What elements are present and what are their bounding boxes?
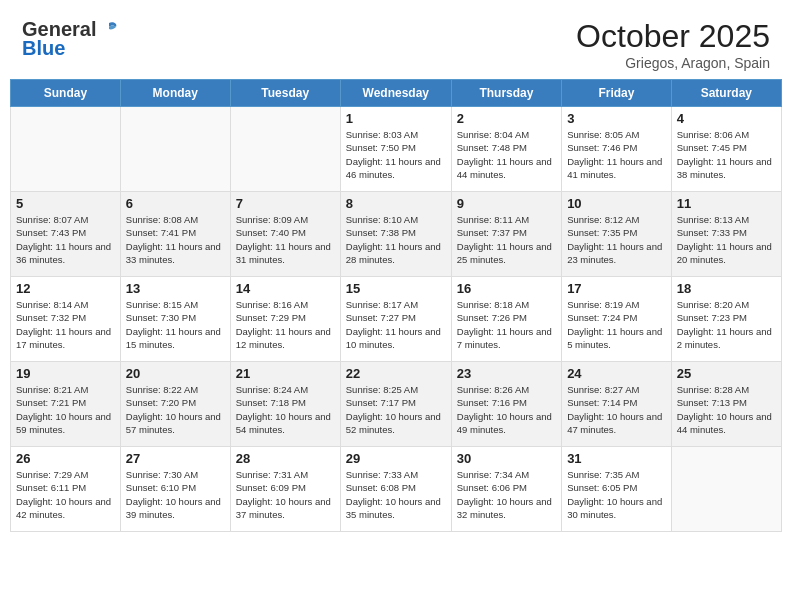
weekday-header-tuesday: Tuesday [230,80,340,107]
calendar-day-cell: 16Sunrise: 8:18 AM Sunset: 7:26 PM Dayli… [451,277,561,362]
day-info: Sunrise: 8:18 AM Sunset: 7:26 PM Dayligh… [457,298,556,351]
day-info: Sunrise: 8:22 AM Sunset: 7:20 PM Dayligh… [126,383,225,436]
day-number: 18 [677,281,776,296]
day-info: Sunrise: 8:13 AM Sunset: 7:33 PM Dayligh… [677,213,776,266]
day-number: 14 [236,281,335,296]
day-info: Sunrise: 8:19 AM Sunset: 7:24 PM Dayligh… [567,298,666,351]
day-info: Sunrise: 8:06 AM Sunset: 7:45 PM Dayligh… [677,128,776,181]
month-title: October 2025 [576,18,770,55]
calendar-week-row: 1Sunrise: 8:03 AM Sunset: 7:50 PM Daylig… [11,107,782,192]
calendar-day-cell: 22Sunrise: 8:25 AM Sunset: 7:17 PM Dayli… [340,362,451,447]
calendar-day-cell: 23Sunrise: 8:26 AM Sunset: 7:16 PM Dayli… [451,362,561,447]
calendar-day-cell: 17Sunrise: 8:19 AM Sunset: 7:24 PM Dayli… [562,277,672,362]
location-subtitle: Griegos, Aragon, Spain [576,55,770,71]
day-number: 2 [457,111,556,126]
day-info: Sunrise: 8:11 AM Sunset: 7:37 PM Dayligh… [457,213,556,266]
weekday-header-friday: Friday [562,80,672,107]
calendar-day-cell: 8Sunrise: 8:10 AM Sunset: 7:38 PM Daylig… [340,192,451,277]
calendar-day-cell: 20Sunrise: 8:22 AM Sunset: 7:20 PM Dayli… [120,362,230,447]
day-info: Sunrise: 8:09 AM Sunset: 7:40 PM Dayligh… [236,213,335,266]
calendar-day-cell [230,107,340,192]
day-info: Sunrise: 8:08 AM Sunset: 7:41 PM Dayligh… [126,213,225,266]
day-number: 5 [16,196,115,211]
calendar-day-cell [120,107,230,192]
calendar-day-cell: 15Sunrise: 8:17 AM Sunset: 7:27 PM Dayli… [340,277,451,362]
day-number: 24 [567,366,666,381]
logo: General Blue [22,18,120,60]
day-info: Sunrise: 8:25 AM Sunset: 7:17 PM Dayligh… [346,383,446,436]
day-number: 9 [457,196,556,211]
calendar-week-row: 19Sunrise: 8:21 AM Sunset: 7:21 PM Dayli… [11,362,782,447]
day-number: 15 [346,281,446,296]
day-number: 21 [236,366,335,381]
logo-bird-icon [98,19,120,41]
day-number: 29 [346,451,446,466]
day-info: Sunrise: 7:34 AM Sunset: 6:06 PM Dayligh… [457,468,556,521]
day-number: 4 [677,111,776,126]
weekday-header-thursday: Thursday [451,80,561,107]
day-number: 20 [126,366,225,381]
calendar-day-cell: 9Sunrise: 8:11 AM Sunset: 7:37 PM Daylig… [451,192,561,277]
day-info: Sunrise: 7:35 AM Sunset: 6:05 PM Dayligh… [567,468,666,521]
day-number: 17 [567,281,666,296]
day-number: 6 [126,196,225,211]
calendar-day-cell: 7Sunrise: 8:09 AM Sunset: 7:40 PM Daylig… [230,192,340,277]
calendar-day-cell: 27Sunrise: 7:30 AM Sunset: 6:10 PM Dayli… [120,447,230,532]
day-info: Sunrise: 8:10 AM Sunset: 7:38 PM Dayligh… [346,213,446,266]
day-number: 8 [346,196,446,211]
calendar-day-cell [11,107,121,192]
day-number: 13 [126,281,225,296]
day-info: Sunrise: 8:03 AM Sunset: 7:50 PM Dayligh… [346,128,446,181]
calendar-day-cell: 19Sunrise: 8:21 AM Sunset: 7:21 PM Dayli… [11,362,121,447]
day-info: Sunrise: 8:07 AM Sunset: 7:43 PM Dayligh… [16,213,115,266]
day-info: Sunrise: 7:31 AM Sunset: 6:09 PM Dayligh… [236,468,335,521]
day-number: 22 [346,366,446,381]
calendar-day-cell: 13Sunrise: 8:15 AM Sunset: 7:30 PM Dayli… [120,277,230,362]
day-number: 10 [567,196,666,211]
day-info: Sunrise: 7:29 AM Sunset: 6:11 PM Dayligh… [16,468,115,521]
day-number: 1 [346,111,446,126]
day-info: Sunrise: 8:16 AM Sunset: 7:29 PM Dayligh… [236,298,335,351]
calendar-day-cell: 12Sunrise: 8:14 AM Sunset: 7:32 PM Dayli… [11,277,121,362]
weekday-header-sunday: Sunday [11,80,121,107]
calendar-table: SundayMondayTuesdayWednesdayThursdayFrid… [10,79,782,532]
day-number: 16 [457,281,556,296]
calendar-day-cell: 10Sunrise: 8:12 AM Sunset: 7:35 PM Dayli… [562,192,672,277]
calendar-day-cell: 14Sunrise: 8:16 AM Sunset: 7:29 PM Dayli… [230,277,340,362]
calendar-week-row: 5Sunrise: 8:07 AM Sunset: 7:43 PM Daylig… [11,192,782,277]
calendar-day-cell: 18Sunrise: 8:20 AM Sunset: 7:23 PM Dayli… [671,277,781,362]
weekday-header-wednesday: Wednesday [340,80,451,107]
day-number: 30 [457,451,556,466]
weekday-header-monday: Monday [120,80,230,107]
day-number: 25 [677,366,776,381]
day-number: 26 [16,451,115,466]
day-info: Sunrise: 8:15 AM Sunset: 7:30 PM Dayligh… [126,298,225,351]
day-info: Sunrise: 8:05 AM Sunset: 7:46 PM Dayligh… [567,128,666,181]
day-number: 28 [236,451,335,466]
weekday-header-row: SundayMondayTuesdayWednesdayThursdayFrid… [11,80,782,107]
day-number: 3 [567,111,666,126]
day-number: 27 [126,451,225,466]
day-number: 19 [16,366,115,381]
calendar-day-cell [671,447,781,532]
day-number: 23 [457,366,556,381]
day-info: Sunrise: 8:20 AM Sunset: 7:23 PM Dayligh… [677,298,776,351]
day-info: Sunrise: 8:14 AM Sunset: 7:32 PM Dayligh… [16,298,115,351]
calendar-day-cell: 26Sunrise: 7:29 AM Sunset: 6:11 PM Dayli… [11,447,121,532]
calendar-day-cell: 2Sunrise: 8:04 AM Sunset: 7:48 PM Daylig… [451,107,561,192]
day-info: Sunrise: 8:17 AM Sunset: 7:27 PM Dayligh… [346,298,446,351]
day-info: Sunrise: 8:24 AM Sunset: 7:18 PM Dayligh… [236,383,335,436]
title-block: October 2025 Griegos, Aragon, Spain [576,18,770,71]
day-info: Sunrise: 7:33 AM Sunset: 6:08 PM Dayligh… [346,468,446,521]
calendar-day-cell: 3Sunrise: 8:05 AM Sunset: 7:46 PM Daylig… [562,107,672,192]
calendar-day-cell: 6Sunrise: 8:08 AM Sunset: 7:41 PM Daylig… [120,192,230,277]
day-info: Sunrise: 8:27 AM Sunset: 7:14 PM Dayligh… [567,383,666,436]
logo-blue-text: Blue [22,37,65,60]
day-info: Sunrise: 8:04 AM Sunset: 7:48 PM Dayligh… [457,128,556,181]
day-info: Sunrise: 8:21 AM Sunset: 7:21 PM Dayligh… [16,383,115,436]
day-number: 7 [236,196,335,211]
day-info: Sunrise: 7:30 AM Sunset: 6:10 PM Dayligh… [126,468,225,521]
calendar-week-row: 12Sunrise: 8:14 AM Sunset: 7:32 PM Dayli… [11,277,782,362]
calendar-day-cell: 5Sunrise: 8:07 AM Sunset: 7:43 PM Daylig… [11,192,121,277]
day-info: Sunrise: 8:26 AM Sunset: 7:16 PM Dayligh… [457,383,556,436]
